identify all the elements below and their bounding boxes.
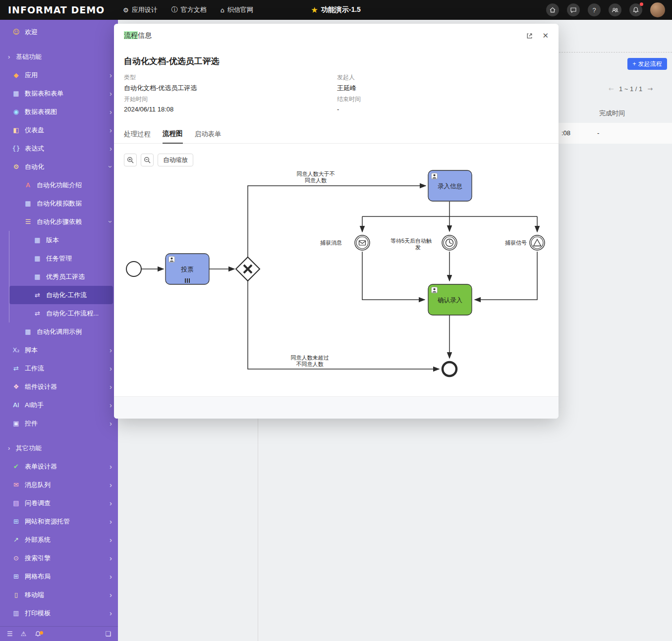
- sidebar-item-tables-forms[interactable]: ▦ 数据表和表单: [0, 84, 118, 103]
- sidebar-item-label: 脚本: [25, 346, 38, 355]
- sidebar-item-ai-assistant[interactable]: AI AI助手: [0, 396, 118, 414]
- bpmn-canvas[interactable]: 投票 录入信息: [119, 149, 555, 396]
- notifications-button[interactable]: [629, 3, 642, 16]
- pagination: ← 1 ~ 1 / 1 →: [609, 85, 653, 93]
- sidebar-item-grid-layout[interactable]: ⊞ 网格布局: [0, 567, 118, 586]
- sidebar-item-welcome[interactable]: ☺ 欢迎: [0, 23, 118, 41]
- chevron-right-icon: [110, 346, 112, 354]
- catch-message-event[interactable]: [355, 235, 370, 250]
- script-icon: X₂: [12, 346, 20, 354]
- nav-label: 织信官网: [227, 5, 253, 14]
- sidebar-item-external-systems[interactable]: ↗ 外部系统: [0, 531, 118, 549]
- prev-page-icon[interactable]: ←: [609, 85, 614, 93]
- catch-signal-event[interactable]: [530, 235, 545, 250]
- sidebar-item-automation-workflow[interactable]: ⇄ 自动化-工作流: [9, 286, 113, 304]
- end-event[interactable]: [443, 362, 456, 376]
- start-process-label: 发起流程: [638, 60, 662, 68]
- task-record-info[interactable]: 录入信息: [428, 170, 472, 201]
- sidebar-item-hosting[interactable]: ⊞ 网站和资源托管: [0, 512, 118, 531]
- sidebar-item-label: 网格布局: [25, 572, 51, 581]
- sidebar-section-basic[interactable]: 基础功能: [0, 48, 118, 66]
- sidebar-item-label: 组件设计器: [25, 382, 57, 391]
- start-process-button[interactable]: + 发起流程: [627, 58, 667, 70]
- sidebar-item-table-views[interactable]: ◉ 数据表视图: [0, 103, 118, 121]
- zoom-out-button[interactable]: [141, 154, 154, 166]
- next-page-icon[interactable]: →: [647, 85, 653, 93]
- open-in-new-icon[interactable]: [526, 32, 533, 40]
- sidebar-item-version[interactable]: ▦ 版本: [9, 231, 118, 249]
- nav-official-site[interactable]: ⌂ 织信官网: [221, 5, 253, 14]
- expression-icon: {}: [12, 145, 20, 152]
- nav-official-docs[interactable]: ⓘ 官方文档: [171, 5, 207, 14]
- users-icon: [611, 6, 619, 14]
- chevron-down-icon: [110, 163, 112, 170]
- sidebar-item-print-templates[interactable]: ▥ 打印模板: [0, 604, 118, 622]
- sidebar-item-scripts[interactable]: X₂ 脚本: [0, 341, 118, 359]
- sidebar-item-form-designer[interactable]: ✔ 表单设计器: [0, 457, 118, 476]
- sidebar-item-automation-workflow-2[interactable]: ⇄ 自动化-工作流程...: [9, 304, 118, 322]
- timer-event[interactable]: [442, 235, 457, 250]
- tab-flow-diagram[interactable]: 流程图: [163, 129, 183, 144]
- tab-start-form[interactable]: 启动表单: [195, 130, 222, 143]
- tab-process-history[interactable]: 处理过程: [124, 130, 151, 143]
- zoom-in-button[interactable]: [124, 154, 137, 166]
- sidebar-section-other[interactable]: 其它功能: [0, 439, 118, 457]
- sidebar-item-automation[interactable]: ⚙ 自动化: [0, 158, 118, 176]
- sidebar-item-message-queue[interactable]: ✉ 消息队列: [0, 476, 118, 494]
- sidebar-bell-button[interactable]: [34, 630, 42, 638]
- collapse-panel-icon[interactable]: ❏: [105, 630, 111, 638]
- menu-icon[interactable]: ☰: [7, 630, 13, 638]
- user-icon: [168, 256, 174, 262]
- sidebar-item-label: 优秀员工评选: [46, 272, 85, 281]
- sidebar-item-automation-intro[interactable]: A 自动化功能介绍: [0, 176, 118, 194]
- sidebar-item-employee-selection[interactable]: ▦ 优秀员工评选: [9, 267, 118, 286]
- modal-footer: [114, 396, 559, 419]
- sidebar-item-dashboards[interactable]: ◧ 仪表盘: [0, 121, 118, 139]
- flow-message-to-confirm: [362, 252, 425, 300]
- dashboard-icon: ◧: [12, 126, 20, 134]
- sidebar-item-widgets[interactable]: ▣ 控件: [0, 414, 118, 432]
- sidebar-item-component-designer[interactable]: ❖ 组件设计器: [0, 377, 118, 396]
- sidebar-bottom-bar: ☰ ⚠ ❏: [0, 626, 118, 641]
- sidebar-item-expressions[interactable]: {} 表达式: [0, 139, 118, 158]
- sidebar-item-workflow[interactable]: ⇄ 工作流: [0, 359, 118, 377]
- layers-icon: ☰: [24, 218, 32, 225]
- warning-icon[interactable]: ⚠: [21, 630, 27, 638]
- chevron-right-icon: [110, 71, 112, 79]
- chevron-right-icon: [110, 126, 112, 134]
- sidebar-item-mobile[interactable]: ▯ 移动端: [0, 586, 118, 604]
- field-initiator-value: 王延峰: [337, 84, 356, 93]
- close-icon[interactable]: ✕: [542, 31, 549, 40]
- sidebar-item-automation-mock-data[interactable]: ▦ 自动化模拟数据: [0, 194, 118, 213]
- task-confirm-label: 确认录入: [438, 297, 463, 304]
- sidebar-item-task-management[interactable]: ▦ 任务管理: [9, 249, 118, 267]
- avatar[interactable]: [650, 2, 665, 17]
- modal-actions: ✕: [526, 31, 549, 40]
- sidebar-item-label: 问卷调查: [25, 499, 51, 508]
- home-button[interactable]: [546, 3, 559, 16]
- sidebar-item-automation-call-example[interactable]: ▦ 自动化调用示例: [0, 322, 118, 341]
- feedback-button[interactable]: [567, 3, 580, 16]
- workflow-icon: ⇄: [12, 365, 20, 372]
- workspace-switcher[interactable]: ★ 功能演示-1.5: [311, 5, 361, 14]
- sidebar-item-label: 自动化-工作流: [46, 291, 87, 300]
- task-vote[interactable]: 投票: [166, 254, 209, 284]
- sidebar-item-label: 表达式: [25, 144, 44, 153]
- chevron-right-icon: [110, 90, 112, 97]
- label-reject-line2: 不同意人数: [296, 361, 324, 367]
- column-header-finish-time: 完成时间: [599, 109, 625, 118]
- start-event[interactable]: [126, 262, 141, 276]
- nav-app-design[interactable]: ⚙ 应用设计: [123, 5, 158, 14]
- members-button[interactable]: [609, 3, 621, 16]
- task-confirm-record[interactable]: 确认录入: [428, 284, 472, 315]
- hosting-icon: ⊞: [12, 518, 20, 525]
- user-icon: [431, 173, 437, 179]
- sidebar-item-apps[interactable]: ◆ 应用: [0, 66, 118, 84]
- exclusive-gateway[interactable]: [236, 257, 260, 281]
- sidebar-item-search-engine[interactable]: ⊙ 搜索引擎: [0, 549, 118, 567]
- help-button[interactable]: ?: [588, 3, 601, 16]
- auto-zoom-button[interactable]: 自动缩放: [158, 154, 193, 166]
- sidebar-item-automation-step-deps[interactable]: ☰ 自动化步骤依赖: [0, 213, 118, 231]
- sidebar-menu: ☺ 欢迎 基础功能 ◆ 应用 ▦ 数据表和表单 ◉ 数据表视图 ◧ 仪表盘 {}…: [0, 20, 118, 622]
- sidebar-item-survey[interactable]: ▤ 问卷调查: [0, 494, 118, 512]
